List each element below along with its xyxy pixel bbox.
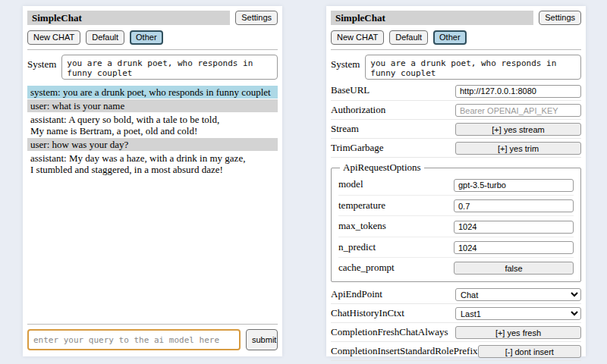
completionfreshchatalways-toggle-button[interactable]: [+] yes fresh	[455, 326, 581, 339]
setting-row-chathistoryinctxt: ChatHistoryInCtxt Last1	[331, 304, 581, 323]
api-request-options-group: ApiRequestOptions model temperature max_…	[331, 162, 581, 282]
setting-row-apiendpoint: ApiEndPoint Chat	[331, 285, 581, 304]
setting-label: cache_prompt	[338, 262, 395, 274]
trimgarbage-toggle-button[interactable]: [+] yes trim	[455, 142, 581, 155]
setting-label: BaseURL	[331, 84, 370, 96]
new-chat-button[interactable]: New CHAT	[331, 30, 384, 45]
chat-message-assistant: assistant: My day was a haze, with a dri…	[27, 152, 278, 176]
titlebar: SimpleChat Settings	[27, 11, 278, 25]
setting-row-temperature: temperature	[338, 196, 574, 217]
setting-label: n_predict	[338, 241, 376, 253]
setting-label: ApiEndPoint	[331, 288, 382, 300]
message-line: user: how was your day?	[30, 139, 275, 150]
setting-label: TrimGarbage	[331, 142, 384, 154]
setting-row-n-predict: n_predict	[338, 237, 574, 259]
completioninsertstandardroleprefix-toggle-button[interactable]: [-] dont insert	[478, 345, 581, 358]
chat-message-list: system: you are a drunk poet, who respon…	[27, 86, 278, 176]
chat-message-system: system: you are a drunk poet, who respon…	[27, 86, 278, 99]
system-prompt-row: System you are a drunk poet, who respond…	[331, 55, 581, 80]
settings-list: BaseURL Authorization Stream [+] yes str…	[331, 81, 581, 361]
setting-label: temperature	[338, 199, 385, 212]
max-tokens-input[interactable]	[454, 221, 574, 234]
setting-row-model: model	[338, 174, 574, 196]
session-buttons: New CHAT Default Other	[331, 30, 581, 45]
setting-row-stream: Stream [+] yes stream	[331, 120, 581, 139]
app-title: SimpleChat	[331, 11, 533, 25]
setting-label: CompletionFreshChatAlways	[331, 326, 448, 338]
temperature-input[interactable]	[454, 199, 574, 212]
query-row: submit	[27, 329, 278, 350]
system-prompt-row: System you are a drunk poet, who respond…	[27, 55, 278, 80]
setting-row-authorization: Authorization	[331, 101, 581, 121]
setting-row-trimgarbage: TrimGarbage [+] yes trim	[331, 139, 581, 158]
session-button-default[interactable]: Default	[389, 30, 428, 45]
system-prompt-input[interactable]: you are a drunk poet, who responds in fu…	[365, 55, 581, 80]
baseurl-input[interactable]	[455, 85, 581, 98]
system-label: System	[27, 55, 56, 80]
session-buttons: New CHAT Default Other	[27, 30, 278, 45]
message-line: system: you are a drunk poet, who respon…	[30, 86, 275, 98]
divider	[27, 324, 278, 325]
message-line: My name is Bertram, a poet, old and cold…	[30, 125, 275, 136]
setting-label: model	[338, 178, 363, 190]
api-request-options-legend: ApiRequestOptions	[340, 162, 424, 174]
setting-label: max_tokens	[338, 220, 386, 232]
setting-row-max-tokens: max_tokens	[338, 216, 574, 237]
chat-panel: SimpleChat Settings New CHAT Default Oth…	[23, 6, 282, 356]
settings-panel: SimpleChat Settings New CHAT Default Oth…	[326, 6, 586, 356]
setting-row-completionfreshchatalways: CompletionFreshChatAlways [+] yes fresh	[331, 323, 581, 342]
setting-row-cache-prompt: cache_prompt false	[338, 258, 574, 278]
settings-button[interactable]: Settings	[539, 11, 581, 25]
divider	[331, 49, 581, 50]
cache-prompt-toggle-button[interactable]: false	[454, 262, 574, 275]
app-title: SimpleChat	[27, 11, 230, 25]
setting-label: CompletionInsertStandardRolePrefix	[331, 345, 478, 357]
setting-row-baseurl: BaseURL	[331, 81, 581, 101]
stream-toggle-button[interactable]: [+] yes stream	[455, 123, 581, 136]
message-line: user: what is your name	[30, 100, 275, 111]
system-prompt-input[interactable]: you are a drunk poet, who responds in fu…	[61, 55, 278, 80]
authorization-input[interactable]	[455, 104, 581, 117]
setting-label: Stream	[331, 123, 359, 135]
session-button-default[interactable]: Default	[86, 30, 124, 45]
chathistoryinctxt-select[interactable]: Last1	[455, 307, 581, 320]
setting-label: Authorization	[331, 104, 385, 116]
message-line: assistant: My day was a haze, with a dri…	[30, 152, 275, 164]
titlebar: SimpleChat Settings	[331, 11, 581, 25]
submit-button[interactable]: submit	[246, 329, 278, 350]
system-label: System	[331, 55, 360, 80]
chat-query-input[interactable]	[27, 329, 241, 350]
message-line: assistant: A query so bold, with a tale …	[30, 114, 275, 125]
chat-message-assistant: assistant: A query so bold, with a tale …	[27, 113, 278, 137]
session-button-other[interactable]: Other	[130, 30, 163, 45]
model-input[interactable]	[454, 179, 574, 192]
settings-button[interactable]: Settings	[235, 11, 278, 25]
setting-row-completioninsertstandardroleprefix: CompletionInsertStandardRolePrefix [-] d…	[331, 342, 581, 361]
setting-label: ChatHistoryInCtxt	[331, 307, 404, 319]
divider	[27, 49, 278, 50]
session-button-other[interactable]: Other	[433, 30, 467, 45]
new-chat-button[interactable]: New CHAT	[27, 30, 80, 45]
chat-message-user: user: how was your day?	[27, 138, 278, 151]
message-line: I stumbled and staggered, in a most absu…	[30, 164, 275, 175]
apiendpoint-select[interactable]: Chat	[455, 288, 581, 301]
chat-message-user: user: what is your name	[27, 99, 278, 112]
n-predict-input[interactable]	[454, 241, 574, 254]
